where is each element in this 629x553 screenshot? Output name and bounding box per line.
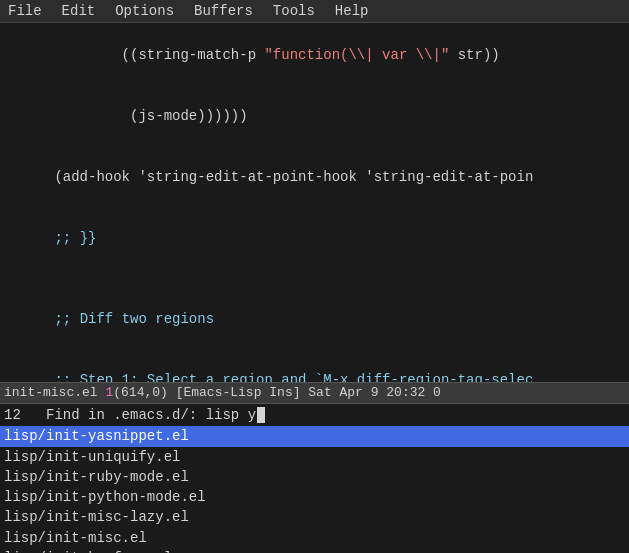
menubar: FileEditOptionsBuffersToolsHelp <box>0 0 629 23</box>
code-area: ((string-match-p "function(\\| var \\|" … <box>0 23 629 382</box>
minibuffer[interactable]: 12 Find in .emacs.d/: lisp y <box>0 404 629 426</box>
code-line <box>4 269 625 289</box>
status-bar: init-misc.el 1(614,0) [Emacs-Lisp Ins] S… <box>0 382 629 404</box>
code-line: (add-hook 'string-edit-at-point-hook 'st… <box>4 147 625 208</box>
completion-list: lisp/init-yasnippet.ellisp/init-uniquify… <box>0 426 629 553</box>
completion-item[interactable]: lisp/init-yasnippet.el <box>0 426 629 446</box>
status-rest2: (614,0) [Emacs-Lisp Ins] Sat Apr 9 20:32… <box>113 384 441 402</box>
status-rest <box>98 384 106 402</box>
code-line: ((string-match-p "function(\\| var \\|" … <box>4 25 625 86</box>
completion-item[interactable]: lisp/init-ruby-mode.el <box>0 467 629 487</box>
code-line: (js-mode)))))) <box>4 86 625 147</box>
menu-item-help[interactable]: Help <box>331 2 373 20</box>
completion-item[interactable]: lisp/init-python-mode.el <box>0 487 629 507</box>
status-linenum: 1 <box>105 384 113 402</box>
status-filename: init-misc.el <box>4 384 98 402</box>
app: FileEditOptionsBuffersToolsHelp ((string… <box>0 0 629 553</box>
completion-item[interactable]: lisp/init-misc.el <box>0 528 629 548</box>
completion-item[interactable]: lisp/init-uniquify.el <box>0 447 629 467</box>
menu-item-buffers[interactable]: Buffers <box>190 2 257 20</box>
minibuffer-prompt: 12 Find in .emacs.d/: <box>4 405 206 425</box>
menu-item-options[interactable]: Options <box>111 2 178 20</box>
minibuffer-cursor <box>257 407 265 423</box>
menu-item-tools[interactable]: Tools <box>269 2 319 20</box>
completion-item[interactable]: lisp/init-keyfreq.el <box>0 548 629 553</box>
minibuffer-input[interactable]: lisp y <box>206 405 256 425</box>
code-line: ;; Diff two regions <box>4 289 625 350</box>
menu-item-edit[interactable]: Edit <box>58 2 100 20</box>
menu-item-file[interactable]: File <box>4 2 46 20</box>
code-line: ;; Step 1: Select a region and `M-x diff… <box>4 350 625 382</box>
completion-item[interactable]: lisp/init-misc-lazy.el <box>0 507 629 527</box>
code-line: ;; }} <box>4 208 625 269</box>
